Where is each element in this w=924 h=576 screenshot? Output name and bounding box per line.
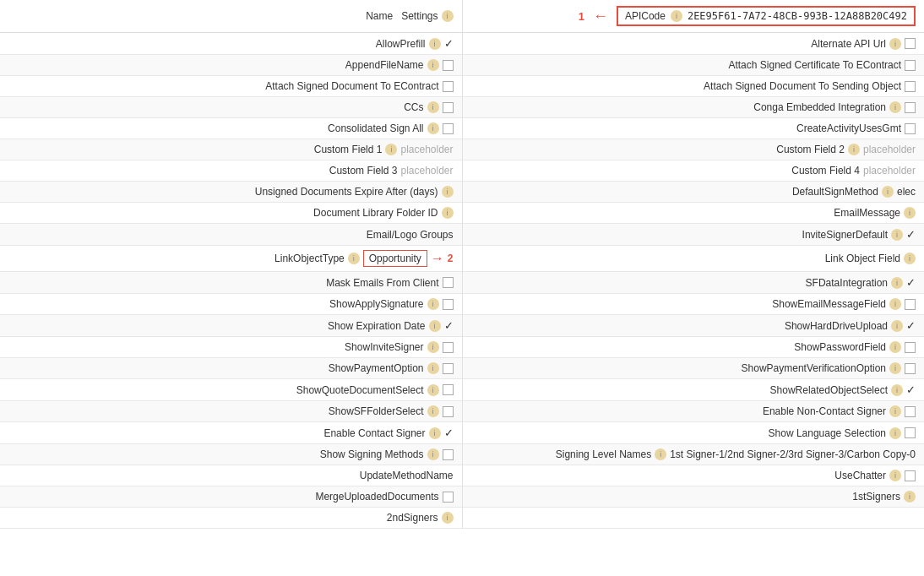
info-icon[interactable]: i (891, 320, 903, 332)
checkmark: ✓ (906, 319, 916, 332)
field-label: ShowHardDriveUpload (471, 320, 889, 332)
info-icon[interactable]: i (348, 253, 360, 264)
text-value: 1st Signer-1/2nd Signer-2/3rd Signer-3/C… (670, 448, 916, 460)
info-icon[interactable]: i (442, 207, 454, 219)
checkbox[interactable] (443, 123, 454, 134)
checkbox[interactable] (443, 299, 454, 310)
checkbox[interactable] (443, 449, 454, 460)
name-label: Name (366, 10, 393, 22)
settings-info-icon[interactable]: i (442, 10, 454, 22)
info-icon[interactable]: i (904, 253, 916, 264)
field-label: ShowInviteSigner (8, 341, 424, 353)
checkbox[interactable] (443, 342, 454, 353)
table-row: ShowInviteSigneriShowPasswordFieldi (0, 337, 924, 358)
checkbox[interactable] (905, 60, 916, 71)
checkbox[interactable] (905, 123, 916, 134)
info-icon[interactable]: i (427, 405, 439, 417)
info-icon[interactable]: i (442, 186, 454, 198)
info-icon[interactable]: i (848, 144, 860, 155)
field-label: InviteSignerDefault (471, 229, 889, 241)
field-label: Attach Signed Document To EContract (8, 80, 439, 92)
info-icon[interactable]: i (427, 59, 439, 71)
info-icon[interactable]: i (904, 491, 916, 503)
info-icon[interactable]: i (427, 448, 439, 460)
table-row: ShowPaymentOptioniShowPaymentVerificatio… (0, 358, 924, 379)
info-icon[interactable]: i (889, 101, 901, 113)
field-label: Show Signing Methods (8, 448, 424, 460)
api-code-label: APICode (625, 10, 666, 22)
info-icon[interactable]: i (427, 122, 439, 134)
info-icon[interactable]: i (904, 207, 916, 219)
info-icon[interactable]: i (429, 38, 441, 50)
field-label: SFDataIntegration (471, 277, 889, 289)
info-icon[interactable]: i (891, 384, 903, 396)
field-label: Custom Field 2 (471, 144, 845, 155)
info-icon[interactable]: i (427, 384, 439, 396)
field-label: Mask Emails From Client (8, 277, 439, 289)
checkbox[interactable] (905, 427, 916, 438)
checkbox[interactable] (443, 102, 454, 113)
link-object-box[interactable]: Opportunity (363, 250, 427, 267)
checkbox[interactable] (443, 60, 454, 71)
field-label: ShowEmailMessageField (471, 298, 887, 310)
checkmark: ✓ (906, 383, 916, 396)
info-icon[interactable]: i (882, 186, 894, 198)
info-icon[interactable]: i (442, 512, 454, 524)
info-icon[interactable]: i (889, 298, 901, 310)
info-icon[interactable]: i (655, 448, 666, 460)
right-cell: Enable Non-Contact Signeri (462, 401, 924, 422)
checkbox[interactable] (443, 363, 454, 374)
info-icon[interactable]: i (889, 470, 901, 481)
info-icon[interactable]: i (891, 277, 903, 289)
info-icon[interactable]: i (427, 298, 439, 310)
checkbox[interactable] (905, 299, 916, 310)
right-cell: Show Language Selectioni (462, 422, 924, 444)
left-cell: Attach Signed Document To EContract (0, 76, 462, 97)
field-label: ShowApplySignature (8, 298, 424, 310)
checkmark: ✓ (444, 427, 454, 439)
checkbox[interactable] (443, 277, 454, 288)
left-cell: CCsi (0, 97, 462, 118)
checkbox[interactable] (443, 384, 454, 395)
settings-table: Name Settings i 1 ← APICode i 2EE95F61-7… (0, 0, 924, 529)
checkbox[interactable] (905, 470, 916, 481)
table-row: ShowApplySignatureiShowEmailMessageField… (0, 294, 924, 315)
checkbox[interactable] (905, 342, 916, 353)
info-icon[interactable]: i (429, 320, 441, 332)
checkbox[interactable] (905, 363, 916, 374)
info-icon[interactable]: i (891, 229, 903, 241)
field-label: ShowSFFolderSelect (8, 405, 424, 417)
info-icon[interactable]: i (427, 362, 439, 374)
field-label: UseChatter (471, 470, 887, 481)
table-row: UpdateMethodNameUseChatteri (0, 465, 924, 486)
checkbox[interactable] (905, 81, 916, 92)
info-icon[interactable]: i (889, 38, 901, 50)
info-icon[interactable]: i (889, 405, 901, 417)
info-icon[interactable]: i (889, 341, 901, 353)
table-row: MergeUploadedDocuments1stSignersi (0, 486, 924, 508)
field-label: 2ndSigners (8, 512, 438, 524)
arrow1-icon: ← (593, 8, 608, 25)
field-label: ShowPaymentOption (8, 362, 424, 374)
checkbox[interactable] (443, 81, 454, 92)
checkbox[interactable] (443, 406, 454, 417)
table-row: CCsiConga Embedded Integrationi (0, 97, 924, 118)
right-cell: EmailMessagei (462, 203, 924, 224)
info-icon[interactable]: i (427, 101, 439, 113)
checkbox[interactable] (905, 406, 916, 417)
api-code-info-icon[interactable]: i (671, 10, 682, 22)
checkbox[interactable] (443, 492, 454, 503)
info-icon[interactable]: i (889, 362, 901, 374)
placeholder-value: placeholder (400, 165, 453, 177)
info-icon[interactable]: i (427, 341, 439, 353)
field-label: Show Language Selection (471, 427, 887, 439)
left-cell: LinkObjectTypeiOpportunity → 2 (0, 246, 462, 272)
right-cell: Link Object Fieldi (462, 246, 924, 272)
checkbox[interactable] (905, 102, 916, 113)
field-label: Enable Non-Contact Signer (471, 405, 887, 417)
info-icon[interactable]: i (429, 427, 441, 439)
checkbox[interactable] (905, 38, 916, 49)
info-icon[interactable]: i (889, 427, 901, 439)
info-icon[interactable]: i (385, 144, 397, 155)
left-cell: ShowPaymentOptioni (0, 358, 462, 379)
